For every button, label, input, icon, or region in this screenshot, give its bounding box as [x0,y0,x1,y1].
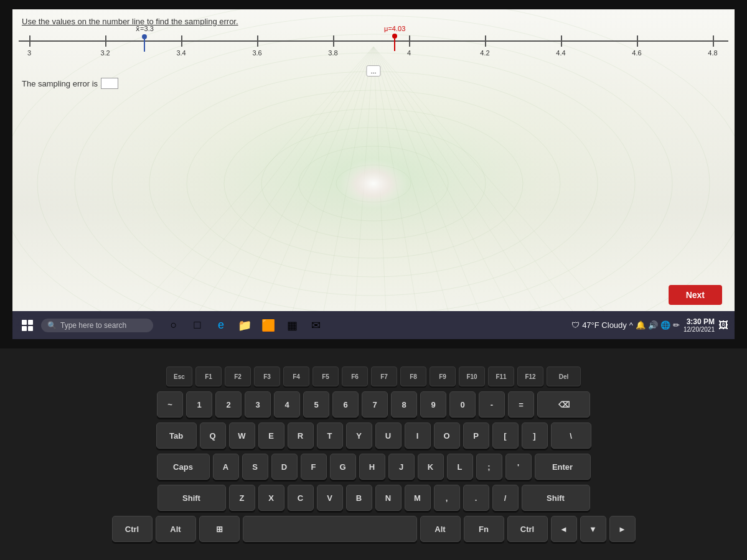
start-button[interactable] [17,315,37,335]
taskbar-search[interactable]: 🔍 Type here to search [41,319,153,332]
key-f2[interactable]: F2 [225,366,251,386]
key-h[interactable]: H [359,454,385,480]
key-v[interactable]: V [317,485,343,511]
key-tab[interactable]: Tab [156,422,197,449]
key-slash[interactable]: / [492,485,519,511]
key-backspace[interactable]: ⌫ [537,391,590,418]
key-8[interactable]: 8 [391,391,417,418]
key-f1[interactable]: F1 [195,366,222,386]
key-ctrl-left[interactable]: Ctrl [112,516,153,542]
key-3[interactable]: 3 [245,391,271,418]
key-esc[interactable]: Esc [166,366,192,386]
key-2[interactable]: 2 [215,391,242,418]
key-semicolon[interactable]: ; [476,454,502,480]
key-m[interactable]: M [405,485,431,511]
key-t[interactable]: T [317,422,343,449]
label-42: 4.2 [480,49,489,57]
key-9[interactable]: 9 [420,391,446,418]
taskbar-clock[interactable]: 3:30 PM 12/20/2021 [684,317,715,333]
key-alt-right[interactable]: Alt [420,516,461,542]
key-w[interactable]: W [229,422,255,449]
key-f3[interactable]: F3 [254,366,280,386]
key-enter[interactable]: Enter [535,454,591,480]
label-3: 3 [27,49,31,57]
key-l[interactable]: L [447,454,473,480]
key-d[interactable]: D [271,454,298,480]
key-f8[interactable]: F8 [400,366,426,386]
key-1[interactable]: 1 [186,391,212,418]
key-f[interactable]: F [301,454,327,480]
key-s[interactable]: S [242,454,268,480]
taskbar-icon-5[interactable]: ✉ [305,315,326,336]
key-shift-right[interactable]: Shift [522,485,590,511]
taskbar-explorer[interactable]: 📁 [234,315,255,336]
taskbar-chevron-up[interactable]: ^ [629,320,633,330]
key-e[interactable]: E [258,422,284,449]
key-alt-left[interactable]: Alt [156,516,196,542]
key-space[interactable] [243,516,417,542]
key-f11[interactable]: F11 [488,366,514,386]
more-options-button[interactable]: ... [366,65,380,77]
key-period[interactable]: . [463,485,489,511]
next-button[interactable]: Next [669,285,722,305]
key-y[interactable]: Y [346,422,372,449]
key-q[interactable]: Q [200,422,226,449]
taskbar-cortana[interactable]: ○ [163,315,184,336]
key-f9[interactable]: F9 [430,366,456,386]
key-f4[interactable]: F4 [283,366,309,386]
key-k[interactable]: K [418,454,444,480]
key-a[interactable]: A [213,454,239,480]
key-caps[interactable]: Caps [157,454,210,480]
key-lbracket[interactable]: [ [492,422,519,449]
key-minus[interactable]: - [479,391,505,418]
taskbar-date-display: 12/20/2021 [684,326,715,333]
key-b[interactable]: B [346,485,372,511]
key-backslash[interactable]: \ [551,422,591,449]
taskbar-edge[interactable]: e [210,315,232,336]
taskbar-weather-text: 47°F Cloudy [582,320,627,330]
taskbar-icon-4[interactable]: ▦ [281,315,303,336]
taskbar-icon-3[interactable]: 🟧 [258,315,279,336]
key-7[interactable]: 7 [362,391,388,418]
key-f6[interactable]: F6 [342,366,368,386]
key-comma[interactable]: , [434,485,460,511]
key-quote[interactable]: ' [505,454,532,480]
key-ctrl-right[interactable]: Ctrl [507,516,548,542]
key-i[interactable]: I [405,422,431,449]
key-x[interactable]: X [258,485,284,511]
taskbar-volume-icon[interactable]: 🔊 [648,320,658,330]
key-o[interactable]: O [434,422,460,449]
key-j[interactable]: J [388,454,415,480]
key-fn[interactable]: Fn [464,516,504,542]
taskbar-network-icon[interactable]: 🌐 [660,320,670,330]
key-p[interactable]: P [463,422,489,449]
label-38: 3.8 [328,49,337,57]
key-z[interactable]: Z [229,485,255,511]
key-f7[interactable]: F7 [371,366,397,386]
key-r[interactable]: R [288,422,314,449]
key-5[interactable]: 5 [303,391,329,418]
key-arrow-right[interactable]: ► [609,516,636,542]
sampling-error-input[interactable] [101,78,118,89]
key-g[interactable]: G [330,454,356,480]
key-win[interactable]: ⊞ [199,516,240,542]
key-rbracket[interactable]: ] [522,422,548,449]
key-u[interactable]: U [375,422,402,449]
key-tilde[interactable]: ~ [157,391,183,418]
key-6[interactable]: 6 [332,391,359,418]
key-equals[interactable]: = [508,391,534,418]
key-f5[interactable]: F5 [312,366,339,386]
key-0[interactable]: 0 [449,391,476,418]
key-f10[interactable]: F10 [459,366,485,386]
key-c[interactable]: C [288,485,314,511]
key-shift-left[interactable]: Shift [157,485,226,511]
taskbar-multitask[interactable]: □ [187,315,208,336]
key-f12[interactable]: F12 [517,366,543,386]
taskbar-pen-icon[interactable]: ✏ [673,320,680,330]
taskbar-notification-badge[interactable]: 🖼 [718,320,728,331]
key-4[interactable]: 4 [274,391,300,418]
key-n[interactable]: N [375,485,402,511]
key-del[interactable]: Del [547,366,581,386]
key-arrow-left[interactable]: ◄ [551,516,577,542]
key-arrow-down[interactable]: ▼ [580,516,606,542]
